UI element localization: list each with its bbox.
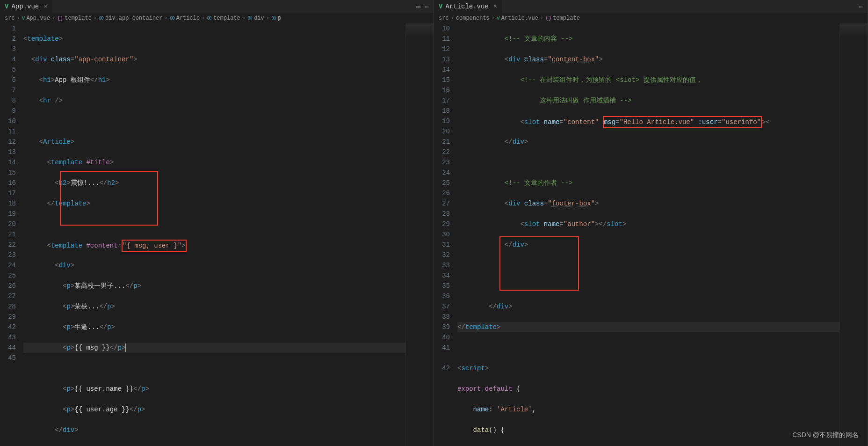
minimap[interactable] xyxy=(839,23,868,446)
editor-pane-left: V App.vue × ▭ ⋯ src› VApp.vue› {}templat… xyxy=(0,0,434,446)
vue-icon: V xyxy=(439,3,442,10)
close-icon[interactable]: × xyxy=(493,3,497,10)
element-icon: ⦿ xyxy=(170,15,175,22)
gutter: 1234567891011121314151617181920212223242… xyxy=(0,23,23,446)
more-icon[interactable]: ⋯ xyxy=(859,3,863,11)
element-icon: ⦿ xyxy=(99,15,104,22)
crumb[interactable]: src xyxy=(5,15,15,22)
tab-app-vue[interactable]: V App.vue × xyxy=(0,0,53,13)
crumb[interactable]: {}template xyxy=(57,15,92,22)
editor-area-left[interactable]: 1234567891011121314151617181920212223242… xyxy=(0,23,434,446)
crumb[interactable]: VArticle.vue xyxy=(497,15,538,22)
editor-area-right[interactable]: 1011121314151617181920212223242526272829… xyxy=(434,23,868,446)
editor-pane-right: V Article.vue × ⋯ src› components› VArti… xyxy=(434,0,868,446)
minimap[interactable] xyxy=(405,23,434,446)
crumb[interactable]: ⦿div xyxy=(247,15,264,22)
element-icon: ⦿ xyxy=(207,15,212,22)
vue-icon: V xyxy=(22,15,25,21)
breadcrumbs-right[interactable]: src› components› VArticle.vue› {}templat… xyxy=(434,13,868,23)
crumb[interactable]: ⦿Article xyxy=(170,15,200,22)
element-icon: ⦿ xyxy=(247,15,253,22)
more-icon[interactable]: ⋯ xyxy=(425,3,429,11)
braces-icon: {} xyxy=(545,15,551,21)
code-left[interactable]: <template> <div class="app-container"> <… xyxy=(23,23,405,446)
split-editor-icon[interactable]: ▭ xyxy=(416,3,420,11)
highlight-slot-props: "{ msg, user }"> xyxy=(122,240,186,252)
tabs-left: V App.vue × ▭ ⋯ xyxy=(0,0,434,13)
crumb[interactable]: VApp.vue xyxy=(22,15,50,22)
tab-actions: ⋯ xyxy=(859,3,868,11)
breadcrumbs-left[interactable]: src› VApp.vue› {}template› ⦿div.app-cont… xyxy=(0,13,434,23)
tab-article-vue[interactable]: V Article.vue × xyxy=(434,0,502,13)
vue-icon: V xyxy=(5,3,8,10)
close-icon[interactable]: × xyxy=(43,3,47,10)
crumb[interactable]: ⦿div.app-container xyxy=(99,15,162,22)
highlight-slot-attrs: msg="Hello Article.vue" :user="userinfo" xyxy=(603,116,762,128)
braces-icon: {} xyxy=(57,15,63,21)
code-right[interactable]: <!-- 文章的内容 --> <div class="content-box">… xyxy=(457,23,839,446)
watermark: CSDN @不易撞的网名 xyxy=(792,431,859,439)
tab-actions: ▭ ⋯ xyxy=(416,3,434,11)
crumb[interactable]: {}template xyxy=(545,15,580,22)
tab-label: App.vue xyxy=(11,3,39,10)
gutter: 1011121314151617181920212223242526272829… xyxy=(434,23,457,446)
crumb[interactable]: src xyxy=(439,15,449,22)
tab-label: Article.vue xyxy=(445,3,488,10)
crumb[interactable]: components xyxy=(456,15,490,22)
crumb[interactable]: ⦿template xyxy=(207,15,240,22)
vue-icon: V xyxy=(497,15,500,21)
tabs-right: V Article.vue × ⋯ xyxy=(434,0,868,13)
element-icon: ⦿ xyxy=(271,15,276,22)
crumb[interactable]: ⦿p xyxy=(271,15,281,22)
